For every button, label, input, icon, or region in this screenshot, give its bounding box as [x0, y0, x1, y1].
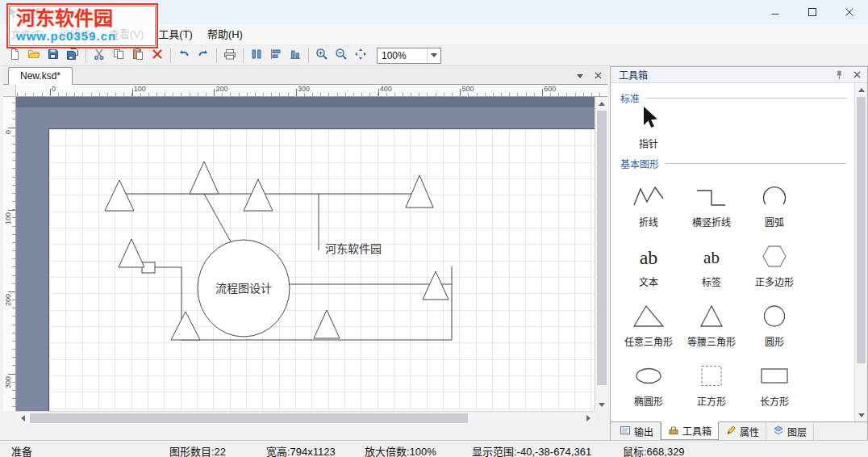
print-icon	[223, 48, 236, 64]
status-zoom: 放大倍数:100%	[365, 443, 436, 457]
statusbar: 准备图形数目:22宽高:794x1123放大倍数:100%显示范围:-40,-3…	[0, 440, 868, 457]
pin-icon[interactable]	[832, 68, 846, 82]
scroll-right-button[interactable]	[582, 412, 595, 425]
scroll-left-button[interactable]	[16, 412, 29, 425]
panel-tab-layers[interactable]: 图层	[766, 422, 814, 440]
redo-button[interactable]	[194, 47, 213, 65]
undo-button[interactable]	[174, 47, 194, 65]
zoom-fit-button[interactable]	[351, 47, 370, 65]
tool-label: 圆弧	[765, 217, 784, 228]
close-button[interactable]	[831, 0, 868, 24]
zoom-in-icon	[315, 48, 328, 64]
watermark-title: 河东软件园	[16, 8, 155, 29]
toolbox-sections: 标准指针基本图形折线横竖折线圆弧ab文本ab标签正多边形任意三角形等腰三角形圆形…	[611, 83, 854, 421]
copy-icon	[112, 48, 125, 64]
arc-icon	[757, 182, 792, 215]
cut-button[interactable]	[90, 47, 109, 65]
vruler-label-100: 100	[4, 212, 12, 224]
toolbar-separator	[308, 48, 309, 63]
new-button[interactable]	[5, 47, 24, 65]
canvas-dark-strip	[16, 97, 595, 107]
new-icon	[8, 48, 21, 64]
properties-icon	[725, 425, 737, 438]
toolbar-separator	[243, 48, 244, 63]
zoom-dropdown-button[interactable]	[427, 48, 440, 63]
section-divider	[666, 163, 846, 164]
tool-square[interactable]: 正方形	[680, 351, 743, 411]
workspace: New.ksd* 0100200300400500600 0100200300 …	[0, 66, 868, 440]
redo-icon	[197, 48, 210, 64]
menu-item-3[interactable]: 工具(T)	[151, 24, 200, 44]
tool-arc[interactable]: 圆弧	[743, 172, 806, 232]
scroll-down-button[interactable]	[595, 398, 608, 411]
vruler-label-200: 200	[4, 294, 12, 306]
polyline-icon	[631, 182, 666, 215]
tool-ellipse[interactable]: 椭圆形	[617, 351, 680, 411]
tool-pointer[interactable]: 指针	[617, 107, 680, 153]
scrollbar-corner	[595, 411, 607, 424]
copy-button[interactable]	[109, 47, 128, 65]
tool-label: 正方形	[697, 396, 726, 408]
align-horizontal-button[interactable]	[266, 47, 286, 65]
panel-scroll-thumb[interactable]	[857, 97, 866, 363]
panel-tab-toolbox[interactable]: 工具箱	[661, 421, 719, 440]
open-button[interactable]	[24, 47, 44, 65]
save-button[interactable]	[44, 47, 63, 65]
triangle-iso-icon	[694, 302, 729, 334]
tool-circle[interactable]: 圆形	[743, 291, 806, 351]
panel-tab-properties[interactable]: 属性	[719, 422, 766, 440]
horizontal-scroll-thumb[interactable]	[30, 413, 468, 423]
save-icon	[47, 48, 60, 64]
menu-item-4[interactable]: 帮助(H)	[200, 24, 250, 44]
tool-text[interactable]: ab文本	[617, 232, 680, 291]
save-all-button[interactable]	[63, 47, 82, 65]
drawing-canvas[interactable]: 流程图设计河东软件园	[16, 97, 595, 411]
print-button[interactable]	[220, 47, 240, 65]
output-icon	[620, 425, 631, 438]
align-vertical-button[interactable]	[286, 47, 305, 65]
tab-list-button[interactable]	[574, 69, 586, 82]
tool-rectangle[interactable]: 长方形	[743, 351, 806, 411]
hv-polyline-icon	[694, 182, 729, 215]
window-controls	[757, 0, 868, 24]
tool-polyline[interactable]: 折线	[617, 172, 680, 232]
canvas-vertical-scrollbar[interactable]	[595, 97, 607, 411]
delete-button[interactable]	[148, 47, 167, 65]
distribute-button[interactable]	[247, 47, 266, 65]
tool-triangle-any[interactable]: 任意三角形	[617, 291, 680, 351]
tool-label[interactable]: ab标签	[680, 232, 743, 291]
vertical-scroll-thumb[interactable]	[597, 111, 607, 385]
panel-close-button[interactable]	[849, 68, 864, 82]
panel-tab-output[interactable]: 输出	[613, 422, 661, 440]
toolbox-grid-0: 指针	[611, 107, 854, 153]
close-document-button[interactable]	[591, 69, 604, 82]
drawing-page	[48, 128, 595, 411]
document-tab[interactable]: New.ksd*	[8, 67, 73, 85]
paste-button[interactable]	[128, 47, 148, 65]
tool-hv-polyline[interactable]: 横竖折线	[680, 172, 743, 232]
tool-polygon[interactable]: 正多边形	[743, 232, 806, 291]
vruler-major-ticks	[8, 128, 15, 411]
hruler-label-300: 300	[298, 85, 310, 93]
toolbar-separator	[170, 48, 171, 63]
label-icon: ab	[694, 242, 729, 275]
zoom-combobox[interactable]: 100%	[377, 48, 441, 64]
maximize-button[interactable]	[794, 0, 831, 24]
tool-label: 横竖折线	[692, 217, 731, 228]
pointer-icon	[631, 104, 666, 136]
scroll-up-button[interactable]	[595, 97, 608, 110]
toolbox-panel-header: 工具箱	[611, 67, 867, 83]
zoom-fit-icon	[354, 48, 367, 64]
zoom-in-button[interactable]	[312, 47, 332, 65]
polygon-icon	[757, 242, 792, 275]
section-divider	[646, 98, 846, 99]
panel-scroll-down-button[interactable]	[855, 409, 867, 421]
minimize-button[interactable]	[757, 0, 794, 24]
panel-scroll-up-button[interactable]	[855, 83, 867, 96]
status-mouse: 鼠标:668,329	[623, 443, 685, 457]
zoom-out-button[interactable]	[332, 47, 351, 65]
panel-scrollbar[interactable]	[854, 83, 867, 421]
canvas-horizontal-scrollbar[interactable]	[16, 411, 595, 424]
hruler-label-100: 100	[134, 85, 146, 93]
tool-triangle-iso[interactable]: 等腰三角形	[680, 291, 743, 351]
